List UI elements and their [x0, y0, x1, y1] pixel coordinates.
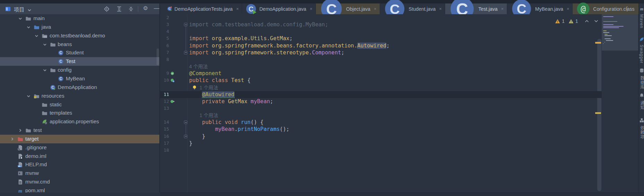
spring-bean-dependencies-icon[interactable] — [170, 78, 175, 83]
inlay-hint-row[interactable]: 1 个用法 — [160, 84, 602, 91]
tree-item-com-testbeanload-demo[interactable]: com.testbeanload.demo — [0, 32, 159, 40]
tab-student-java[interactable]: CStudent.java× — [380, 3, 445, 14]
chevron-down-icon[interactable] — [26, 7, 33, 13]
tree-item--gitignore[interactable]: .gitignore — [0, 143, 159, 152]
tree-item-mybean[interactable]: CMyBean — [0, 74, 159, 83]
more-options-icon[interactable]: ⋮ — [624, 3, 630, 14]
bell-icon — [639, 93, 644, 98]
code-line-8[interactable]: 8 — [160, 56, 602, 63]
autowired-navigate-icon[interactable] — [170, 99, 175, 104]
intention-bulb-icon[interactable] — [192, 85, 197, 90]
chevron-down-icon[interactable] — [42, 42, 48, 47]
code-line-11[interactable]: 11 @Autowired — [160, 91, 602, 98]
chevron-right-icon[interactable] — [9, 136, 15, 142]
tree-item-demoapplication[interactable]: CDemoApplication — [0, 83, 159, 92]
tab-test-java[interactable]: CTest.java× — [445, 3, 507, 14]
tree-item-mvnw-cmd[interactable]: mvnw.cmd — [0, 178, 159, 186]
code-text: } — [189, 133, 205, 140]
chevron-down-icon[interactable] — [26, 24, 32, 30]
fold-marker-icon[interactable] — [184, 51, 187, 54]
gitignore-icon — [17, 145, 23, 151]
tree-item-student[interactable]: CStudent — [0, 48, 159, 57]
code-line-4[interactable]: 4 — [160, 28, 602, 35]
tree-item-pom-xml[interactable]: mpom.xml — [0, 186, 159, 193]
collapse-all-icon[interactable] — [128, 6, 134, 12]
tree-item-test[interactable]: CTest — [0, 57, 159, 66]
code-line-7[interactable]: 7import org.springframework.stereotype.C… — [160, 49, 602, 56]
stripe-item-1[interactable]: mMaven — [639, 6, 644, 28]
spring-bean-icon[interactable] — [170, 71, 175, 76]
code-line-9[interactable]: 9@Component — [160, 70, 602, 77]
inlay-hint-row[interactable]: 4 个用法 — [160, 63, 602, 70]
tree-item-test[interactable]: test — [0, 126, 159, 135]
tree-item-config[interactable]: config — [0, 66, 159, 74]
tree-scrollbar[interactable] — [157, 48, 159, 65]
hide-panel-icon[interactable]: — — [153, 5, 160, 11]
code-minimap[interactable] — [602, 14, 638, 51]
tree-item-target[interactable]: target — [0, 135, 159, 143]
inlay-hint-row[interactable]: 1 个用法 — [160, 112, 602, 119]
stripe-item-4[interactable]: 通知 — [639, 93, 644, 110]
tree-item-templates[interactable]: templates — [0, 109, 159, 117]
close-tab-icon[interactable]: × — [310, 6, 312, 11]
chevron-down-icon[interactable] — [34, 33, 39, 39]
tree-item-beans[interactable]: beans — [0, 40, 159, 49]
tree-item-label: .gitignore — [25, 144, 47, 150]
tree-item-label: mvnw.cmd — [25, 179, 50, 185]
code-line-15[interactable]: 15 myBean.printNoParams(); — [160, 126, 602, 133]
code-line-16[interactable]: 16 } — [160, 133, 602, 140]
close-tab-icon[interactable]: × — [374, 6, 377, 11]
code-line-10[interactable]: 10public class Test { — [160, 77, 602, 84]
gear-icon[interactable]: ⚙ — [142, 5, 149, 11]
tree-item-mvnw[interactable]: mvnw — [0, 169, 159, 178]
locate-icon[interactable] — [104, 6, 110, 12]
code-line-13[interactable]: 13 — [160, 105, 602, 112]
tree-item-resources[interactable]: resources — [0, 92, 159, 100]
tab-object-java[interactable]: CObject.java× — [316, 3, 380, 14]
fold-marker-icon[interactable] — [184, 135, 187, 138]
close-tab-icon[interactable]: × — [567, 6, 570, 11]
tree-item-demo-iml[interactable]: demo.iml — [0, 152, 159, 161]
stripe-item-3[interactable]: 数据库 — [639, 68, 644, 89]
tree-item-java[interactable]: java — [0, 23, 159, 32]
code-line-17[interactable]: 17} — [160, 140, 602, 147]
chevron-down-icon[interactable] — [42, 67, 48, 73]
code-line-14[interactable]: 14 public void run() { — [160, 119, 602, 126]
code-line-12[interactable]: 12 private GetMax myBean; — [160, 98, 602, 105]
error-stripe-mark[interactable] — [595, 112, 601, 114]
code-editor[interactable]: 1 1 23import com.testbeanload.demo.confi… — [160, 14, 644, 193]
code-line-6[interactable]: 6import org.springframework.beans.factor… — [160, 42, 602, 49]
tab-demoapplicationtests-java[interactable]: CDemoApplicationTests.java× — [164, 3, 242, 14]
expand-all-icon[interactable] — [116, 6, 122, 12]
fold-marker-icon[interactable] — [184, 23, 187, 26]
tree-item-main[interactable]: main — [0, 14, 159, 23]
code-token — [189, 91, 202, 98]
fold-marker-icon[interactable] — [184, 121, 187, 124]
stripe-item-5[interactable]: 依赖项 — [639, 118, 644, 139]
class-icon: C — [58, 76, 64, 82]
code-line-18[interactable]: 18 — [160, 147, 602, 154]
project-panel-title[interactable]: 项目 — [14, 6, 24, 13]
code-line-2[interactable]: 2 — [160, 14, 602, 21]
chevron-down-icon[interactable] — [17, 16, 23, 21]
folder-b-icon — [34, 24, 39, 30]
line-number: 10 — [160, 77, 169, 84]
code-line-5[interactable]: 5import org.example.Utils.GetMax; — [160, 35, 602, 42]
stripe-item-label: 通知 — [639, 101, 644, 110]
tree-item-static[interactable]: static — [0, 100, 159, 109]
close-tab-icon[interactable]: × — [236, 6, 239, 11]
tree-item-application-properties[interactable]: application.properties — [0, 117, 159, 126]
folder-g-icon — [42, 102, 47, 108]
stripe-item-2[interactable]: Swagger — [639, 37, 644, 63]
error-stripe-mark[interactable] — [595, 42, 601, 44]
chevron-right-icon[interactable] — [17, 127, 23, 133]
tree-item-help-md[interactable]: MDHELP.md — [0, 160, 159, 169]
close-tab-icon[interactable]: × — [439, 6, 442, 11]
chevron-down-icon[interactable] — [26, 93, 32, 99]
tab-demoapplication-java[interactable]: CDemoApplication.java× — [242, 3, 316, 14]
tab-mybean-java[interactable]: CMyBean.java× — [507, 3, 573, 14]
tab-configuration-class[interactable]: @Configuration.class× — [573, 3, 644, 14]
code-line-3[interactable]: 3import com.testbeanload.demo.config.MyB… — [160, 21, 602, 28]
project-tool-window-icon[interactable] — [5, 6, 11, 12]
close-tab-icon[interactable]: × — [501, 6, 504, 11]
